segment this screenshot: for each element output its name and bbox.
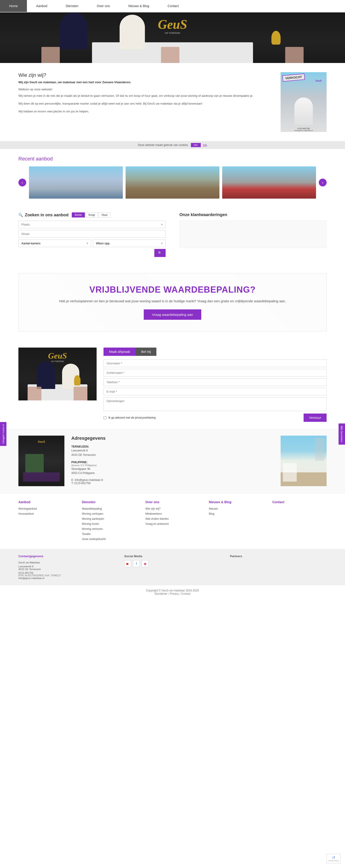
contact-tabs: Maak afspraak Bel mij <box>104 347 326 356</box>
about-welcome: Welkom op onze website! <box>19 88 271 91</box>
address-content: Adresgegevens TERNEUZEN: Leeuwenrik 8 45… <box>71 436 274 485</box>
footer-link-woning-aankopen[interactable]: Woning aankopen <box>82 517 136 521</box>
footer-link-huuraanbod[interactable]: Huuraanbod <box>19 512 73 516</box>
contact-image: GeuS uw makelaar <box>19 347 96 400</box>
waardebepaling-button[interactable]: Vraag waardebepaling aan <box>144 309 201 320</box>
footer-contact-link[interactable]: Contact <box>181 592 191 595</box>
footer-link-zoekopdracht[interactable]: Jouw zoekopdracht <box>82 537 136 541</box>
footer-nav-aanbod: Aanbod Woningaanbod Huuraanbod <box>19 500 73 542</box>
navbar: Home Aanbod Diensten Over ons Nieuws & B… <box>0 0 345 12</box>
footer-address-line2: 4533 GE Terneuzen <box>19 568 115 570</box>
search-tab-koop[interactable]: Koop <box>86 212 98 217</box>
waardebepaling-heading: VRIJBLIJVENDE WAARDEBEPALING? <box>37 285 308 295</box>
footer-company-name: GeuS uw Makelaar <box>19 560 115 565</box>
side-tab-right[interactable]: Mijn favorieten <box>339 424 345 444</box>
footer-link-taxatie[interactable]: Taxatie <box>82 532 136 536</box>
carousel-item-1[interactable] <box>29 166 123 198</box>
search-tab-huur[interactable]: Huur <box>99 212 111 217</box>
ratings-box: Onze klantwaarderingen <box>179 212 326 257</box>
carousel-next-button[interactable]: › <box>319 179 326 186</box>
about-heading: Wie zijn wij? <box>19 72 271 78</box>
contact-achternaam-input[interactable] <box>104 369 326 376</box>
footer-email[interactable]: info@geus-makelaar.nl <box>19 577 115 580</box>
about-person <box>294 97 313 125</box>
footer-link-woningaanbod[interactable]: Woningaanbod <box>19 507 73 510</box>
cookie-ok-button[interactable]: OK! <box>191 143 201 147</box>
address-terneuzen: TERNEUZEN: Leeuwenrik 8 4533 GE Terneuze… <box>71 444 274 457</box>
footer-nav-contact: Contact <box>272 500 326 542</box>
footer-link-woning-verhuren[interactable]: Woning verhuren <box>82 527 136 531</box>
search-straat-input[interactable] <box>19 230 166 238</box>
footer-nav-aanbod-heading: Aanbod <box>19 500 73 504</box>
contact-submit-button[interactable]: Verstuur <box>304 413 326 422</box>
carousel-item-3[interactable] <box>222 166 316 198</box>
address-philippine-name: PHILIPPINE: <box>71 461 88 464</box>
contact-voornaam-input[interactable] <box>104 360 326 367</box>
cookie-info-link[interactable]: Info <box>203 144 207 147</box>
footer-link-wie-zijn-wij[interactable]: Wie zijn wij? <box>145 507 200 510</box>
nav-item-over-ons[interactable]: Over ons <box>88 0 119 12</box>
footer-contact-gegevens-heading: Contactgegevens <box>19 554 115 558</box>
search-ratings-section: 🔍 Zoeken in ons aanbod Beide Koop Huur ▼… <box>0 208 345 264</box>
footer-social-media: Social Media ▶ f ◉ <box>124 554 221 580</box>
search-wbon-select[interactable]: Wbon opp. <box>93 240 166 247</box>
carousel-prev-button[interactable]: ‹ <box>19 179 26 186</box>
footer-link-vraag-antwoord[interactable]: Vraag en antwoord <box>145 522 200 526</box>
footer-link-blog[interactable]: Blog <box>209 512 263 516</box>
side-tab-left[interactable]: Inloggen move.nl <box>0 422 6 446</box>
footer-address-line1: Leeuwenrik 8 <box>19 565 115 568</box>
facebook-icon[interactable]: f <box>133 560 140 567</box>
footer-link-woning-verkopen[interactable]: Woning verkopen <box>82 512 136 516</box>
footer-nav-over-ons-heading: Over ons <box>145 500 200 504</box>
nav-item-contact[interactable]: Contact <box>159 0 188 12</box>
footer-link-woning-huren[interactable]: Woning huren <box>82 522 136 526</box>
footer-link-nieuws[interactable]: Nieuws <box>209 507 263 510</box>
ratings-content <box>179 220 326 248</box>
about-section: Wie zijn wij? Wij zijn GeuS uw makelaar,… <box>0 63 345 141</box>
footer-link-waardebepaling[interactable]: Waardebepaling <box>82 507 136 510</box>
address-room-image <box>281 436 326 486</box>
contact-opmerkingen-textarea[interactable] <box>104 397 326 411</box>
search-kamers-select[interactable]: Aantal kamers <box>19 240 91 247</box>
contact-form-area: Maak afspraak Bel mij Ik ga akkoord met … <box>104 347 326 422</box>
contact-privacy-row: Ik ga akkoord met de privacyverklaring <box>104 416 155 419</box>
nav-item-aanbod[interactable]: Aanbod <box>27 0 56 12</box>
contact-email-input[interactable] <box>104 388 326 395</box>
nav-item-diensten[interactable]: Diensten <box>57 0 88 12</box>
contact-tab-afspraak[interactable]: Maak afspraak <box>104 347 136 356</box>
footer-contact-gegevens: Contactgegevens GeuS uw Makelaar Leeuwen… <box>19 554 115 580</box>
instagram-icon[interactable]: ◉ <box>142 560 149 567</box>
contact-image-logo: GeuS <box>48 351 67 361</box>
carousel-item-2[interactable] <box>125 166 220 198</box>
youtube-icon[interactable]: ▶ <box>124 560 131 567</box>
footer-nav-nieuws-heading: Nieuws & Blog <box>209 500 263 504</box>
about-text: Wie zijn wij? Wij zijn GeuS uw makelaar,… <box>19 72 271 117</box>
footer-privacy-link[interactable]: Privacy <box>170 592 179 595</box>
footer-nav-nieuws: Nieuws & Blog Nieuws Blog <box>209 500 263 542</box>
search-plaats-input[interactable] <box>19 221 166 228</box>
recent-section: Recent aanbod ‹ › <box>0 149 345 208</box>
search-plaats-row: ▼ <box>19 221 166 228</box>
search-straat-row <box>19 230 166 238</box>
footer-link-medewerkers[interactable]: Medewerkers <box>145 512 200 516</box>
footer-partners: Partners <box>230 554 326 580</box>
contact-tab-bel[interactable]: Bel mij <box>136 347 156 356</box>
nav-item-home[interactable]: Home <box>0 0 27 12</box>
ratings-heading: Onze klantwaarderingen <box>179 212 326 217</box>
footer-phone-number[interactable]: 0115-691756 <box>19 571 115 574</box>
footer-nav-contact-heading: Contact <box>272 500 326 504</box>
search-icon: 🔍 <box>19 213 23 217</box>
footer-disclaimer-link[interactable]: Disclaimer <box>154 592 167 595</box>
contact-telefoon-input[interactable] <box>104 378 326 386</box>
footer-copyright: Copyright © GeuS uw makelaar 2024-2025 <box>146 589 199 592</box>
search-submit-button[interactable]: 🔍 <box>154 249 166 257</box>
nav-item-nieuws[interactable]: Nieuws & Blog <box>119 0 159 12</box>
search-tab-beide[interactable]: Beide <box>72 212 85 217</box>
carousel-items <box>29 166 316 198</box>
cookie-bar: Deze website maakt gebruik van cookies. … <box>0 141 345 149</box>
footer-kvk: BTW: NL001759162B09 | KvK: 70496127 <box>19 574 115 577</box>
address-terneuzen-name: TERNEUZEN: <box>71 445 89 448</box>
footer-link-klanten[interactable]: Wat vinden klanten <box>145 517 200 521</box>
contact-privacy-checkbox[interactable] <box>104 416 107 419</box>
about-para-3: Wij hebben er enorm veel plezier in om j… <box>19 109 271 114</box>
